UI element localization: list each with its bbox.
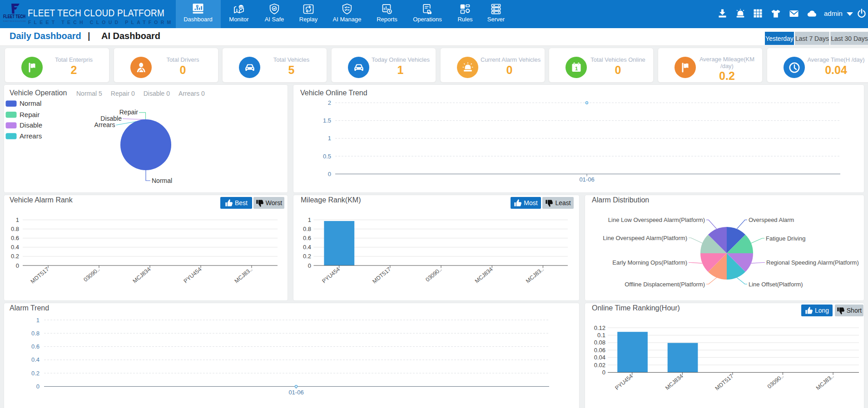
svg-text:0.08: 0.08 xyxy=(594,339,605,346)
svg-text:0.06: 0.06 xyxy=(594,347,605,354)
svg-text:01-06: 01-06 xyxy=(288,389,303,396)
svg-text:2: 2 xyxy=(328,99,331,106)
svg-text:0.6: 0.6 xyxy=(11,235,19,241)
svg-text:PYU454: PYU454 xyxy=(614,373,634,392)
svg-text:0.4: 0.4 xyxy=(31,356,40,363)
svg-text:Arrears: Arrears xyxy=(20,132,42,140)
svg-text:0: 0 xyxy=(328,171,331,177)
svg-text:MCJ83..: MCJ83.. xyxy=(525,266,545,285)
svg-text:0.02: 0.02 xyxy=(594,362,605,369)
svg-text:MCJ834: MCJ834 xyxy=(664,373,684,392)
svg-text:0.12: 0.12 xyxy=(594,324,605,331)
svg-text:0: 0 xyxy=(16,262,19,269)
svg-text:0.2: 0.2 xyxy=(11,253,19,260)
svg-text:0.6: 0.6 xyxy=(31,343,40,350)
svg-text:MDT517: MDT517 xyxy=(714,373,735,392)
svg-text:0.4: 0.4 xyxy=(11,244,19,251)
svg-text:Line Overspeed Alarm(Platform): Line Overspeed Alarm(Platform) xyxy=(603,235,687,241)
svg-text:0.8: 0.8 xyxy=(303,226,311,232)
svg-text:0.04: 0.04 xyxy=(594,354,605,361)
svg-text:Line Low Overspeed Alarm(Platf: Line Low Overspeed Alarm(Platform) xyxy=(608,216,705,223)
svg-text:1.5: 1.5 xyxy=(323,117,331,124)
svg-text:1: 1 xyxy=(308,216,311,223)
svg-text:Normal: Normal xyxy=(152,177,172,184)
svg-text:03090..: 03090.. xyxy=(424,266,443,283)
svg-text:Fatigue Driving: Fatigue Driving xyxy=(766,235,805,242)
svg-text:0.8: 0.8 xyxy=(31,330,40,337)
svg-text:0.5: 0.5 xyxy=(323,153,331,160)
svg-text:0.1: 0.1 xyxy=(597,332,605,339)
svg-text:Offline Displacement(Platform): Offline Displacement(Platform) xyxy=(625,281,705,288)
svg-text:Repair: Repair xyxy=(20,111,40,118)
svg-text:0: 0 xyxy=(602,369,605,376)
svg-text:PYU454: PYU454 xyxy=(183,266,203,285)
svg-text:Regional Speeding Alarm(Platfo: Regional Speeding Alarm(Platform) xyxy=(766,259,859,266)
svg-text:MCJ83..: MCJ83.. xyxy=(233,266,254,285)
svg-text:1: 1 xyxy=(36,317,40,324)
svg-text:Disable: Disable xyxy=(20,121,42,129)
svg-text:01-06: 01-06 xyxy=(579,176,594,183)
svg-text:Arrears: Arrears xyxy=(94,121,115,128)
svg-text:1: 1 xyxy=(328,135,331,142)
svg-text:0.8: 0.8 xyxy=(11,226,19,232)
svg-text:Normal: Normal xyxy=(20,99,41,107)
svg-text:03090..: 03090.. xyxy=(82,266,101,283)
svg-text:0.6: 0.6 xyxy=(303,235,311,241)
svg-text:03090..: 03090.. xyxy=(766,373,785,390)
svg-text:FLEET TECH: FLEET TECH xyxy=(3,14,25,19)
svg-text:0.2: 0.2 xyxy=(31,370,40,377)
svg-text:0: 0 xyxy=(36,383,40,390)
svg-text:PYU454: PYU454 xyxy=(321,266,341,285)
svg-text:Overspeed Alarm: Overspeed Alarm xyxy=(749,216,794,223)
svg-text:0.4: 0.4 xyxy=(303,244,311,251)
svg-text:FLEET TECH SOLUTIONS: FLEET TECH SOLUTIONS xyxy=(3,20,26,22)
svg-text:MDT517: MDT517 xyxy=(372,266,392,285)
svg-text:1: 1 xyxy=(16,216,19,223)
svg-text:Early Morning Ops(Platform): Early Morning Ops(Platform) xyxy=(612,259,687,266)
svg-text:0: 0 xyxy=(308,262,311,269)
svg-text:MCJ834: MCJ834 xyxy=(132,266,152,285)
svg-text:MCJ834: MCJ834 xyxy=(474,266,494,285)
svg-text:MDT517: MDT517 xyxy=(30,266,50,285)
svg-text:Repair: Repair xyxy=(119,108,139,116)
svg-text:Line Offset(Platform): Line Offset(Platform) xyxy=(749,281,803,288)
svg-text:1: 1 xyxy=(575,65,577,71)
svg-text:0.2: 0.2 xyxy=(303,253,311,260)
svg-text:MCJ83..: MCJ83.. xyxy=(815,373,835,392)
